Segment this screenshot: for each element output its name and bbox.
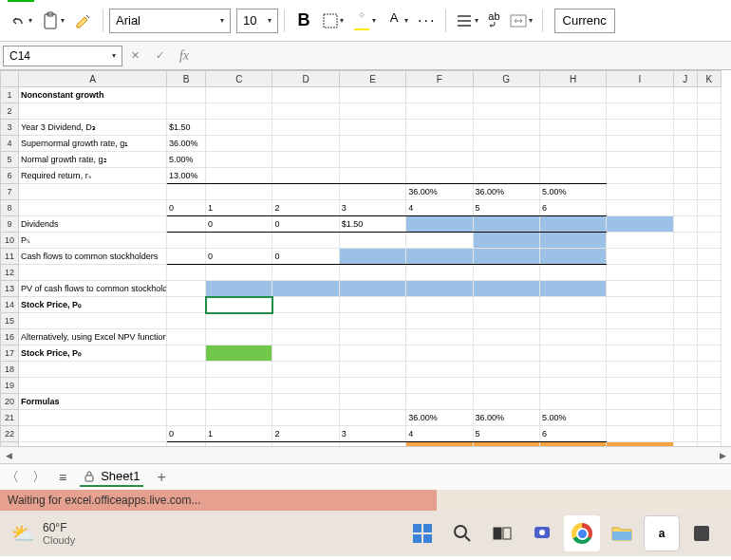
cell-F13[interactable]: [406, 281, 473, 297]
cell-K9[interactable]: [697, 216, 721, 233]
cell-F16[interactable]: [406, 329, 473, 345]
cell-I1[interactable]: [607, 87, 673, 103]
fx-icon[interactable]: fx: [172, 46, 197, 66]
cell-I16[interactable]: [607, 329, 673, 345]
cell-I23[interactable]: #N/A: [607, 442, 673, 447]
cell-F6[interactable]: [406, 168, 473, 184]
cell-F9[interactable]: [406, 216, 473, 233]
cell-D17[interactable]: [272, 345, 339, 362]
cell-H1[interactable]: [539, 87, 606, 103]
undo-button[interactable]: ▾: [6, 7, 36, 35]
cell-K13[interactable]: [697, 281, 721, 297]
cell-I13[interactable]: [607, 281, 673, 297]
app2-button[interactable]: [684, 515, 720, 551]
cell-J7[interactable]: [673, 184, 697, 200]
cell-C10[interactable]: [206, 233, 272, 249]
cell-G16[interactable]: [473, 329, 539, 345]
cell-I22[interactable]: [607, 426, 673, 442]
cell-C15[interactable]: [206, 313, 272, 329]
cell-K14[interactable]: [697, 297, 721, 313]
cell-D6[interactable]: [272, 168, 339, 184]
formula-input[interactable]: [197, 46, 731, 66]
cell-G8[interactable]: 5: [473, 200, 539, 216]
cell-C19[interactable]: [206, 378, 272, 394]
cell-B14[interactable]: [166, 297, 205, 313]
cell-F15[interactable]: [406, 313, 473, 329]
spreadsheet-grid[interactable]: ABCDEFGHIJK1Nonconstant growth23Year 3 D…: [0, 70, 731, 446]
cell-I8[interactable]: [607, 200, 673, 216]
column-header-K[interactable]: K: [697, 71, 721, 87]
cell-J23[interactable]: [673, 442, 697, 447]
cell-E6[interactable]: [339, 168, 405, 184]
cell-J4[interactable]: [673, 136, 697, 152]
cell-K5[interactable]: [697, 152, 721, 168]
cell-F5[interactable]: [406, 152, 473, 168]
cell-A2[interactable]: [19, 103, 167, 120]
cell-K12[interactable]: [697, 265, 721, 281]
cell-F1[interactable]: [406, 87, 473, 103]
cell-C18[interactable]: [206, 362, 272, 378]
cell-K3[interactable]: [697, 120, 721, 136]
column-header-J[interactable]: J: [673, 71, 697, 87]
start-button[interactable]: [404, 515, 440, 551]
cell-D10[interactable]: [272, 233, 339, 249]
cell-D8[interactable]: 2: [272, 200, 339, 216]
cell-I17[interactable]: [607, 345, 673, 362]
cell-H16[interactable]: [539, 329, 606, 345]
cell-H15[interactable]: [539, 313, 606, 329]
column-header-H[interactable]: H: [539, 71, 606, 87]
row-header-12[interactable]: 12: [1, 265, 19, 281]
cell-K8[interactable]: [697, 200, 721, 216]
cell-D7[interactable]: [272, 184, 339, 200]
cell-H12[interactable]: [539, 265, 606, 281]
cell-I9[interactable]: [607, 216, 673, 233]
cell-D20[interactable]: [272, 394, 339, 410]
add-sheet-button[interactable]: +: [157, 469, 165, 486]
cell-A7[interactable]: [19, 184, 167, 200]
cell-A23[interactable]: Dividends: [19, 442, 167, 447]
row-header-22[interactable]: 22: [1, 426, 19, 442]
cell-F18[interactable]: [406, 362, 473, 378]
cell-J15[interactable]: [673, 313, 697, 329]
cell-F20[interactable]: [406, 394, 473, 410]
cell-A18[interactable]: [19, 362, 167, 378]
cell-F3[interactable]: [406, 120, 473, 136]
cell-E20[interactable]: [339, 394, 405, 410]
cell-A13[interactable]: PV of cash flows to common stockholders: [19, 281, 167, 297]
cell-D18[interactable]: [272, 362, 339, 378]
cell-A11[interactable]: Cash flows to common stockholders: [19, 249, 167, 265]
cell-D13[interactable]: [272, 281, 339, 297]
column-header-C[interactable]: C: [206, 71, 272, 87]
cell-I12[interactable]: [607, 265, 673, 281]
row-header-9[interactable]: 9: [1, 216, 19, 233]
cell-G7[interactable]: 36.00%: [473, 184, 539, 200]
cell-C2[interactable]: [206, 103, 272, 120]
cell-F11[interactable]: [406, 249, 473, 265]
row-header-1[interactable]: 1: [1, 87, 19, 103]
cell-G15[interactable]: [473, 313, 539, 329]
font-color-button[interactable]: A ▾: [382, 7, 412, 35]
row-header-11[interactable]: 11: [1, 249, 19, 265]
row-header-13[interactable]: 13: [1, 281, 19, 297]
cell-C22[interactable]: 1: [206, 426, 272, 442]
column-header-I[interactable]: I: [607, 71, 673, 87]
cell-B7[interactable]: [166, 184, 205, 200]
cell-I4[interactable]: [607, 136, 673, 152]
cell-H11[interactable]: [539, 249, 606, 265]
cell-I7[interactable]: [607, 184, 673, 200]
app-button[interactable]: a: [644, 515, 680, 551]
cell-A20[interactable]: Formulas: [19, 394, 167, 410]
cell-E13[interactable]: [339, 281, 405, 297]
cell-A1[interactable]: Nonconstant growth: [19, 87, 167, 103]
cell-A5[interactable]: Normal growth rate, g₂: [19, 152, 167, 168]
cell-K10[interactable]: [697, 233, 721, 249]
cell-E10[interactable]: [339, 233, 405, 249]
cell-G6[interactable]: [473, 168, 539, 184]
cell-E18[interactable]: [339, 362, 405, 378]
cell-K11[interactable]: [697, 249, 721, 265]
cell-D1[interactable]: [272, 87, 339, 103]
cell-J16[interactable]: [673, 329, 697, 345]
cell-H20[interactable]: [539, 394, 606, 410]
cell-H3[interactable]: [539, 120, 606, 136]
cell-K2[interactable]: [697, 103, 721, 120]
